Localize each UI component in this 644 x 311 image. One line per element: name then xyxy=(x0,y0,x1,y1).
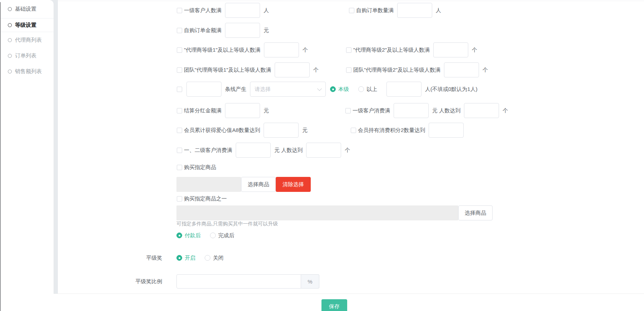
unit-label: 人 xyxy=(264,7,269,14)
team-agent-level2-count-checkbox[interactable] xyxy=(346,67,351,73)
selected-product-box xyxy=(176,177,241,192)
after-complete-radio[interactable] xyxy=(210,233,216,238)
lines-produce-checkbox[interactable] xyxy=(177,87,182,92)
circle-icon xyxy=(8,54,12,58)
condition-first-level-customer-count: 一级客户人数满 人 xyxy=(177,3,269,18)
condition-agent-level1-count: "代理商等级1"及以上等级人数满 个 xyxy=(177,42,308,57)
sidebar-item-level-settings[interactable]: 等级设置 xyxy=(0,19,54,32)
level-select[interactable]: 请选择 xyxy=(250,82,326,97)
circle-icon xyxy=(8,7,12,11)
condition-buy-specified-product: 购买指定商品 xyxy=(177,163,220,171)
condition-label: 一级客户消费满 xyxy=(353,107,390,114)
first-level-customer-people-input[interactable] xyxy=(464,103,499,118)
buy-one-of-products-checkbox[interactable] xyxy=(177,196,182,202)
condition-label: 会员持有消费积分2数量达到 xyxy=(358,127,425,134)
unit-label: 人 xyxy=(436,7,441,14)
first-level-customer-count-input[interactable] xyxy=(225,3,260,18)
condition-label: 一、二级客户消费满 xyxy=(184,147,232,154)
condition-label: "代理商等级2"及以上等级人数满 xyxy=(353,47,430,53)
unit-label: 元 xyxy=(302,127,308,134)
unit-label: 元 xyxy=(264,107,269,114)
condition-label: 一级客户人数满 xyxy=(184,7,221,14)
condition-first-level-customer-spend: 一级客户消费满 元 人数达到 个 xyxy=(345,103,508,118)
selected-products-box xyxy=(176,205,458,220)
condition-lines-produce-level: 条线产生 请选择 本级 以上 人(不填或0默认为1人) xyxy=(177,82,478,97)
save-button[interactable]: 保存 xyxy=(321,299,347,311)
member-consume-points2-checkbox[interactable] xyxy=(351,128,356,133)
condition-settlement-dividend-amount: 结算分红金额满 元 xyxy=(177,103,269,118)
first-level-customer-count-checkbox[interactable] xyxy=(177,8,182,13)
first-second-level-people-input[interactable] xyxy=(306,143,341,158)
first-level-customer-spend-input[interactable] xyxy=(394,103,429,118)
peer-award-on-label: 开启 xyxy=(185,255,195,261)
team-agent-level2-count-input[interactable] xyxy=(444,62,479,77)
footer-bar: 保存 xyxy=(54,294,644,311)
self-purchase-order-amount-input[interactable] xyxy=(225,23,260,38)
clear-selection-button[interactable]: 清除选择 xyxy=(276,177,311,192)
first-second-level-spend-input[interactable] xyxy=(236,143,271,158)
condition-label: "代理商等级1"及以上等级人数满 xyxy=(184,47,260,53)
unit-label: 元 人数达到 xyxy=(274,147,303,154)
upgrade-timing-group: 付款后 完成后 xyxy=(176,231,244,240)
chevron-down-icon xyxy=(317,86,322,91)
team-agent-level1-count-input[interactable] xyxy=(275,62,310,77)
agent-level2-count-input[interactable] xyxy=(433,42,468,57)
agent-level2-count-checkbox[interactable] xyxy=(346,47,351,53)
first-level-customer-spend-checkbox[interactable] xyxy=(345,108,351,113)
circle-icon xyxy=(8,38,12,42)
self-purchase-order-amount-checkbox[interactable] xyxy=(177,28,182,33)
team-agent-level1-count-checkbox[interactable] xyxy=(177,67,182,73)
after-payment-radio[interactable] xyxy=(176,233,182,238)
choose-product-button[interactable]: 选择商品 xyxy=(241,177,276,192)
peer-award-group: 平级奖 开启 关闭 xyxy=(115,254,233,262)
select-placeholder: 请选择 xyxy=(255,86,271,93)
condition-label: 条线产生 xyxy=(225,86,246,93)
peer-award-on-radio[interactable] xyxy=(176,255,182,261)
peer-award-off-label: 关闭 xyxy=(213,255,224,261)
lines-count-input[interactable] xyxy=(186,82,221,97)
condition-team-agent-level1-count: 团队"代理商等级1"及以上等级人数满 个 xyxy=(177,62,319,77)
condition-label: 会员累计获得爱心值A8数量达到 xyxy=(184,127,260,134)
self-purchase-order-count-checkbox[interactable] xyxy=(349,8,354,13)
peer-award-ratio-input[interactable] xyxy=(176,274,301,289)
unit-label: 个 xyxy=(503,107,508,114)
condition-label: 自购订单数量满 xyxy=(356,7,394,14)
sidebar-item-basic-settings[interactable]: 基础设置 xyxy=(0,0,54,19)
sidebar: 基础设置 等级设置 代理商列表 订单列表 销售额列表 xyxy=(0,0,54,311)
first-second-level-spend-checkbox[interactable] xyxy=(177,148,182,153)
member-love-value-a8-input[interactable] xyxy=(264,123,299,138)
agent-level1-count-checkbox[interactable] xyxy=(177,47,182,53)
member-consume-points2-input[interactable] xyxy=(429,123,464,138)
circle-icon xyxy=(8,70,12,73)
sidebar-item-agent-list[interactable]: 代理商列表 xyxy=(0,32,54,48)
member-love-value-a8-checkbox[interactable] xyxy=(177,128,182,133)
level-settings-panel: 一级客户人数满 人 自购订单数量满 人 自购订单金额满 元 "代理商等级1"及以… xyxy=(58,0,644,311)
condition-buy-one-of-products: 购买指定商品之一 xyxy=(177,195,230,203)
lines-people-input[interactable] xyxy=(386,82,421,97)
sidebar-item-label: 基础设置 xyxy=(15,6,36,12)
products-hint-row: 可指定多件商品,只需购买其中一件就可以升级 xyxy=(176,220,278,228)
peer-award-off-radio[interactable] xyxy=(205,255,210,261)
condition-member-love-value-a8: 会员累计获得爱心值A8数量达到 元 xyxy=(177,123,308,138)
condition-agent-level2-count: "代理商等级2"及以上等级人数满 个 xyxy=(346,42,477,57)
choose-products-button[interactable]: 选择商品 xyxy=(458,205,493,220)
unit-label: 个 xyxy=(303,47,308,53)
one-of-products-picker: 选择商品 xyxy=(176,205,493,220)
sidebar-item-sales-list[interactable]: 销售额列表 xyxy=(0,63,54,79)
above-level-radio[interactable] xyxy=(358,86,364,92)
same-level-radio[interactable] xyxy=(330,86,336,92)
condition-label: 购买指定商品 xyxy=(184,164,216,171)
self-purchase-order-count-input[interactable] xyxy=(397,3,432,18)
sidebar-item-label: 订单列表 xyxy=(15,52,36,59)
condition-self-purchase-order-count: 自购订单数量满 人 xyxy=(349,3,441,18)
unit-label: 元 xyxy=(264,27,269,34)
buy-specified-product-checkbox[interactable] xyxy=(177,165,182,170)
condition-self-purchase-order-amount: 自购订单金额满 元 xyxy=(177,23,269,38)
settlement-dividend-checkbox[interactable] xyxy=(177,108,182,113)
sidebar-item-order-list[interactable]: 订单列表 xyxy=(0,48,54,63)
condition-label: 团队"代理商等级2"及以上等级人数满 xyxy=(353,67,440,73)
specified-product-picker: 选择商品 清除选择 xyxy=(176,177,311,192)
condition-label: 购买指定商品之一 xyxy=(184,195,227,202)
settlement-dividend-input[interactable] xyxy=(225,103,260,118)
agent-level1-count-input[interactable] xyxy=(264,42,299,57)
